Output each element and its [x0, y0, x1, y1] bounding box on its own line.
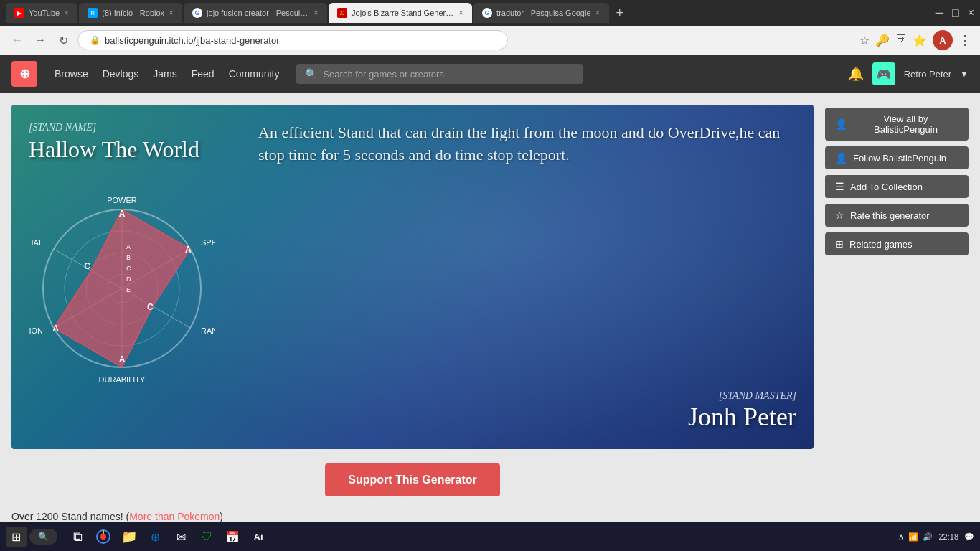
close-tab-youtube[interactable]: ×: [64, 8, 69, 18]
close-tab-tradutor[interactable]: ×: [595, 8, 600, 18]
nav-browse[interactable]: Browse: [55, 68, 88, 80]
svg-text:RANGE: RANGE: [201, 326, 215, 335]
taskbar-task-view[interactable]: ⧉: [66, 525, 89, 548]
stand-name: Hallow The World: [29, 136, 230, 163]
nav-links: Browse Devlogs Jams Feed Community: [55, 68, 279, 80]
taskbar-chrome[interactable]: [92, 525, 115, 548]
tab-roblox[interactable]: R (8) Início - Roblox ×: [79, 3, 182, 23]
bookmark-icon[interactable]: ☆: [859, 34, 870, 47]
dropdown-arrow-icon[interactable]: ▼: [960, 69, 969, 79]
tab-youtube[interactable]: ▶ YouTube ×: [6, 3, 77, 23]
taskbar-mail[interactable]: ✉: [169, 525, 192, 548]
svg-text:POTENTIAL: POTENTIAL: [29, 238, 43, 247]
taskbar-clock[interactable]: 22:18: [938, 532, 958, 541]
taskbar-ai[interactable]: Ai: [247, 525, 270, 548]
radar-chart: POWER SPEED RANGE DURABILITY PRECISION P…: [29, 177, 215, 392]
shield-icon: 🛡: [201, 530, 212, 543]
ai-label: Ai: [254, 532, 263, 542]
related-games-button[interactable]: ⊞ Related games: [825, 232, 969, 255]
add-to-collection-button[interactable]: ☰ Add To Collection: [825, 175, 969, 198]
radar-svg: POWER SPEED RANGE DURABILITY PRECISION P…: [29, 177, 215, 392]
stand-description: An efficient Stand that can drain the li…: [258, 122, 796, 166]
username-label[interactable]: Retro Peter: [904, 69, 951, 80]
stand-left-section: [STAND NAME] Hallow The World: [29, 122, 230, 432]
user-avatar: 🎮: [872, 62, 895, 85]
notifications-button[interactable]: 💬: [964, 532, 974, 542]
address-input[interactable]: 🔒 balisticpenguin.itch.io/jjba-stand-gen…: [77, 30, 508, 50]
svg-text:A: A: [185, 245, 192, 255]
window-controls: ─ □ ×: [936, 6, 974, 19]
menu-button[interactable]: ⋮: [958, 32, 971, 48]
follow-label: Follow BalisticPenguin: [853, 153, 946, 164]
follow-button[interactable]: 👤 Follow BalisticPenguin: [825, 146, 969, 169]
sound-icon[interactable]: 🔊: [923, 532, 933, 542]
tab-jojofusion[interactable]: G jojo fusion creator - Pesquisa G ×: [184, 3, 327, 23]
itchio-logo[interactable]: ⊕: [11, 61, 37, 87]
stand-master-name: Jonh Peter: [258, 402, 796, 432]
stand-master-tag: [STAND MASTER]: [258, 390, 796, 402]
svg-text:C: C: [147, 302, 154, 312]
tab-tradutor[interactable]: G tradutor - Pesquisa Google ×: [473, 3, 608, 23]
star-icon[interactable]: ⭐: [913, 34, 927, 47]
translate-icon[interactable]: 🈂: [895, 34, 907, 47]
svg-text:A: A: [119, 209, 126, 219]
network-icon[interactable]: 📶: [908, 532, 918, 542]
related-icon: ⊞: [835, 238, 844, 250]
view-all-button[interactable]: 👤 View all by BalisticPenguin: [825, 108, 969, 141]
nav-jams[interactable]: Jams: [153, 68, 176, 80]
stand-right-section: An efficient Stand that can drain the li…: [247, 122, 796, 432]
svg-text:C: C: [84, 261, 90, 271]
svg-text:DURABILITY: DURABILITY: [99, 375, 146, 384]
itchio-logo-icon: ⊕: [19, 66, 30, 82]
search-input[interactable]: [323, 69, 575, 80]
task-view-icon: ⧉: [73, 529, 83, 545]
favicon-youtube: ▶: [14, 8, 24, 18]
svg-point-29: [100, 534, 106, 540]
calendar-icon: 📅: [225, 530, 240, 544]
refresh-button[interactable]: ↻: [55, 34, 72, 47]
main-content: [STAND NAME] Hallow The World: [0, 93, 980, 522]
svg-text:SPEED: SPEED: [201, 238, 215, 247]
toolbar-icons: ☆ 🔑 🈂 ⭐ A ⋮: [859, 30, 971, 50]
time-display: 22:18: [938, 532, 958, 541]
tab-title-jojofusion: jojo fusion creator - Pesquisa G: [207, 9, 309, 17]
close-window-button[interactable]: ×: [968, 6, 974, 19]
edge-icon: ⊕: [151, 530, 160, 544]
rate-button[interactable]: ☆ Rate this generator: [825, 204, 969, 227]
tab-title-tradutor: tradutor - Pesquisa Google: [496, 9, 590, 17]
extension-icon[interactable]: 🔑: [875, 34, 890, 47]
nav-devlogs[interactable]: Devlogs: [103, 68, 139, 80]
start-button[interactable]: ⊞: [6, 527, 27, 547]
maximize-button[interactable]: □: [952, 6, 959, 19]
page-description: Over 1200 Stand names! (More than Pokemo…: [11, 511, 814, 522]
notification-icon[interactable]: 🔔: [848, 66, 864, 82]
tray-arrow[interactable]: ∧: [898, 532, 904, 542]
nav-community[interactable]: Community: [229, 68, 280, 80]
tab-jjba[interactable]: JJ Jojo's Bizarre Stand Generator ×: [329, 3, 472, 23]
favicon-jojofusion: G: [192, 8, 202, 18]
add-collection-label: Add To Collection: [850, 182, 923, 192]
minimize-button[interactable]: ─: [936, 6, 943, 19]
tab-title-youtube: YouTube: [29, 9, 60, 17]
taskbar-calendar[interactable]: 📅: [221, 525, 244, 548]
taskbar-search[interactable]: 🔍: [29, 529, 57, 545]
close-tab-jojofusion[interactable]: ×: [314, 8, 319, 18]
new-tab-button[interactable]: +: [611, 6, 630, 21]
close-tab-roblox[interactable]: ×: [169, 8, 174, 18]
close-tab-jjba[interactable]: ×: [458, 8, 463, 18]
forward-button[interactable]: →: [32, 34, 49, 47]
svg-text:POWER: POWER: [107, 196, 137, 204]
more-than-pokemon-link[interactable]: More than Pokemon: [129, 511, 220, 522]
back-button[interactable]: ←: [9, 34, 26, 47]
svg-text:A: A: [119, 354, 126, 364]
address-bar: ← → ↻ 🔒 balisticpenguin.itch.io/jjba-sta…: [0, 26, 980, 55]
support-button[interactable]: Support This Generator: [325, 463, 500, 496]
taskbar-file-explorer[interactable]: 📁: [118, 525, 141, 548]
svg-text:B: B: [126, 254, 131, 261]
taskbar-edge[interactable]: ⊕: [143, 525, 166, 548]
profile-button[interactable]: A: [933, 30, 953, 50]
stand-name-tag: [STAND NAME]: [29, 122, 230, 133]
nav-feed[interactable]: Feed: [192, 68, 215, 80]
view-all-label: View all by BalisticPenguin: [853, 113, 958, 135]
taskbar-shield[interactable]: 🛡: [195, 525, 218, 548]
